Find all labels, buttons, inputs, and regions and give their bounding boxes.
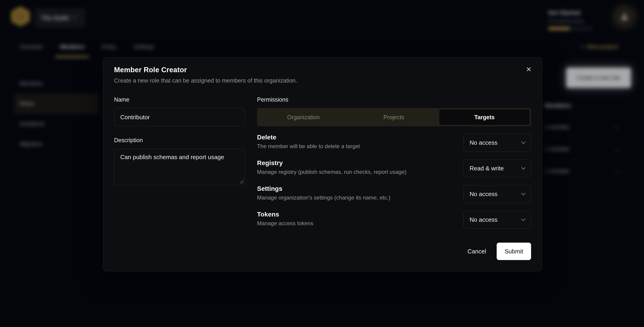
member-role-creator-modal: ✕ Member Role Creator Create a new role … xyxy=(103,57,542,271)
chevron-down-icon xyxy=(521,217,525,221)
delete-access-select[interactable]: No access xyxy=(464,134,531,152)
perm-description: Manage access tokens xyxy=(257,220,313,227)
perm-title: Registry xyxy=(257,159,406,167)
perm-title: Settings xyxy=(257,185,390,192)
perm-tab-organization[interactable]: Organization xyxy=(258,109,348,125)
settings-access-select[interactable]: No access xyxy=(464,185,531,203)
select-value: No access xyxy=(470,139,497,146)
modal-title: Member Role Creator xyxy=(114,66,531,74)
permissions-tablist: Organization Projects Targets xyxy=(257,108,531,126)
chevron-down-icon xyxy=(521,191,525,195)
registry-access-select[interactable]: Read & write xyxy=(464,159,531,177)
perm-description: Manage organization's settings (change i… xyxy=(257,194,390,201)
perm-tab-projects[interactable]: Projects xyxy=(348,109,439,125)
perm-row-delete: Delete The member will be able to delete… xyxy=(257,134,531,152)
select-value: No access xyxy=(470,216,497,223)
perm-title: Delete xyxy=(257,134,360,141)
cancel-button[interactable]: Cancel xyxy=(460,243,493,260)
role-description-textarea[interactable]: Can publish schemas and report usage xyxy=(114,149,245,185)
perm-row-registry: Registry Manage registry (publish schema… xyxy=(257,159,531,177)
description-label: Description xyxy=(114,137,245,144)
perm-tab-targets[interactable]: Targets xyxy=(439,109,530,125)
perm-row-settings: Settings Manage organization's settings … xyxy=(257,185,531,203)
perm-title: Tokens xyxy=(257,211,313,218)
close-icon[interactable]: ✕ xyxy=(524,64,534,74)
select-value: No access xyxy=(470,191,497,198)
chevron-down-icon xyxy=(521,140,525,144)
chevron-down-icon xyxy=(521,165,525,169)
name-label: Name xyxy=(114,96,245,103)
permissions-label: Permissions xyxy=(257,96,531,103)
perm-description: The member will be able to delete a targ… xyxy=(257,143,360,150)
perm-row-tokens: Tokens Manage access tokens No access xyxy=(257,211,531,229)
perm-description: Manage registry (publish schemas, run ch… xyxy=(257,169,406,175)
role-name-input[interactable] xyxy=(114,108,245,126)
modal-subtitle: Create a new role that can be assigned t… xyxy=(114,77,531,84)
submit-button[interactable]: Submit xyxy=(497,243,531,260)
select-value: Read & write xyxy=(470,165,504,172)
tokens-access-select[interactable]: No access xyxy=(464,211,531,229)
